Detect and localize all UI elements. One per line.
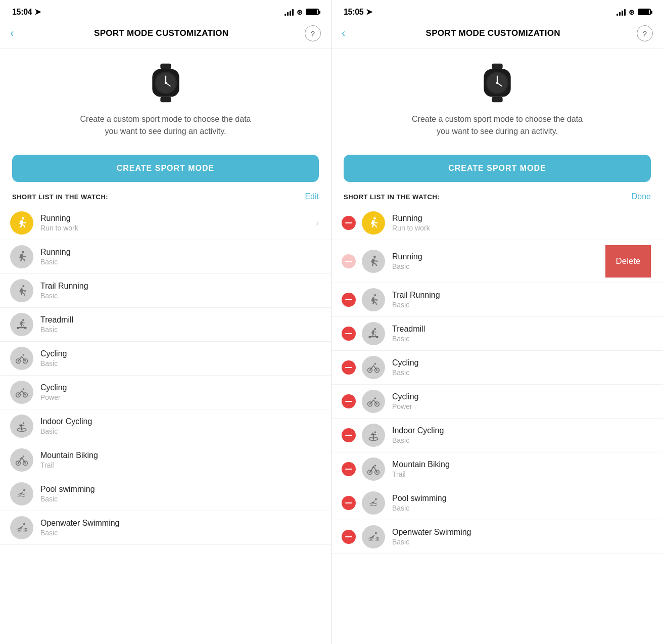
svg-point-50 <box>376 336 378 338</box>
battery-icon <box>638 9 651 15</box>
delete-minus-button[interactable] <box>342 254 356 268</box>
sport-item[interactable]: Treadmill Basic <box>0 308 331 342</box>
sport-icon <box>10 347 33 370</box>
sport-item[interactable]: Cycling Basic <box>332 351 663 385</box>
nav-bar: ‹ SPORT MODE CUSTOMIZATION ? <box>0 21 331 49</box>
sport-name: Mountain Biking <box>392 460 651 469</box>
sport-icon <box>362 491 385 515</box>
svg-rect-37 <box>492 64 502 69</box>
sport-item[interactable]: Running Run to work › <box>0 206 331 240</box>
sport-item[interactable]: Indoor Cycling Basic <box>0 409 331 443</box>
svg-point-13 <box>24 327 26 329</box>
list-header: SHORT LIST IN THE WATCH: Edit <box>0 182 331 206</box>
delete-minus-button[interactable] <box>342 428 356 442</box>
sport-item-inner: Running Basic <box>10 245 319 268</box>
sport-icon <box>362 525 385 548</box>
sport-name: Running <box>392 252 605 261</box>
delete-button[interactable]: Delete <box>605 245 651 278</box>
sport-item-inner: Mountain Biking Trail <box>10 448 319 472</box>
delete-minus-button[interactable] <box>342 394 356 408</box>
sport-item-inner: Treadmill Basic <box>342 322 651 345</box>
delete-minus-button[interactable] <box>342 293 356 307</box>
nav-title: SPORT MODE CUSTOMIZATION <box>426 28 560 38</box>
sport-info: Trail Running Basic <box>392 291 651 309</box>
help-button[interactable]: ? <box>637 25 653 41</box>
sport-icon <box>362 322 385 345</box>
back-button[interactable]: ‹ <box>10 25 18 42</box>
sport-item[interactable]: Running Basic Delete <box>332 240 663 283</box>
svg-point-49 <box>369 336 371 338</box>
list-header-title: SHORT LIST IN THE WATCH: <box>344 193 440 201</box>
sport-item[interactable]: Indoor Cycling Basic <box>332 419 663 452</box>
sport-info: Running Basic <box>40 248 319 266</box>
sport-info: Cycling Power <box>40 383 319 401</box>
sport-item[interactable]: Openwater Swimming Basic <box>0 511 331 545</box>
nav-bar: ‹ SPORT MODE CUSTOMIZATION ? <box>332 21 663 49</box>
sport-item[interactable]: Trail Running Basic <box>332 283 663 317</box>
sport-item[interactable]: Running Basic <box>0 240 331 274</box>
sport-item-inner: Cycling Power <box>342 390 651 413</box>
chevron-right-icon: › <box>316 218 319 228</box>
sport-list: Running Run to work Running Basic Delete… <box>332 206 663 644</box>
svg-point-35 <box>23 489 25 491</box>
list-header: SHORT LIST IN THE WATCH: Done <box>332 182 663 206</box>
sport-info: Cycling Basic <box>392 358 651 377</box>
sport-item[interactable]: Mountain Biking Trail <box>0 443 331 477</box>
sport-item[interactable]: Cycling Basic <box>0 342 331 376</box>
list-action-button[interactable]: Edit <box>305 192 319 201</box>
delete-minus-button[interactable] <box>342 530 356 544</box>
create-sport-mode-button[interactable]: CREATE SPORT MODE <box>344 155 651 182</box>
svg-point-7 <box>164 82 166 84</box>
sport-info: Trail Running Basic <box>40 282 319 300</box>
sport-icon <box>362 457 385 481</box>
sport-item[interactable]: Pool swimming Basic <box>0 477 331 511</box>
sport-name: Indoor Cycling <box>392 426 651 435</box>
sport-icon <box>10 448 33 472</box>
sport-sub: Basic <box>40 359 319 367</box>
sport-item[interactable]: Mountain Biking Trail <box>332 452 663 486</box>
sport-icon <box>10 516 33 539</box>
sport-sub: Basic <box>40 427 319 435</box>
svg-point-46 <box>373 256 376 258</box>
sport-icon <box>362 211 385 235</box>
delete-minus-button[interactable] <box>342 462 356 476</box>
sport-name: Cycling <box>40 383 319 392</box>
sport-item[interactable]: Cycling Power <box>332 385 663 419</box>
sport-icon <box>10 211 33 235</box>
sport-item[interactable]: Cycling Power <box>0 376 331 409</box>
delete-minus-button[interactable] <box>342 327 356 341</box>
sport-item[interactable]: Pool swimming Basic <box>332 486 663 520</box>
svg-point-73 <box>375 532 377 534</box>
status-bar: 15:04 ➤ ⊛ <box>0 0 331 21</box>
svg-point-71 <box>374 465 376 467</box>
back-button[interactable]: ‹ <box>342 25 349 42</box>
sport-item[interactable]: Treadmill Basic <box>332 317 663 351</box>
help-button[interactable]: ? <box>305 25 321 41</box>
sport-sub: Trail <box>392 470 651 478</box>
sport-item-inner: Mountain Biking Trail <box>342 457 651 481</box>
sport-name: Cycling <box>40 349 319 358</box>
sport-sub: Basic <box>392 538 651 546</box>
sport-item[interactable]: Openwater Swimming Basic <box>332 520 663 554</box>
sport-item[interactable]: Running Run to work <box>332 206 663 240</box>
sport-item[interactable]: Trail Running Basic <box>0 274 331 308</box>
sport-sub: Basic <box>40 258 319 266</box>
svg-rect-1 <box>160 97 171 103</box>
watch-section: Create a custom sport mode to choose the… <box>332 49 663 146</box>
create-sport-mode-button[interactable]: CREATE SPORT MODE <box>12 155 319 182</box>
sport-sub: Basic <box>392 335 651 343</box>
list-action-button[interactable]: Done <box>632 192 651 201</box>
sport-info: Indoor Cycling Basic <box>392 426 651 444</box>
sport-icon <box>10 415 33 438</box>
sport-name: Running <box>40 248 319 257</box>
delete-minus-button[interactable] <box>342 496 356 510</box>
delete-minus-button[interactable] <box>342 216 356 230</box>
sport-item-inner: Pool swimming Basic <box>10 482 319 505</box>
delete-minus-button[interactable] <box>342 360 356 375</box>
svg-point-44 <box>496 82 498 84</box>
sport-name: Mountain Biking <box>40 451 319 460</box>
svg-point-29 <box>23 422 25 424</box>
svg-point-9 <box>22 251 24 254</box>
sport-icon <box>362 288 385 311</box>
status-time: 15:05 ➤ <box>344 7 372 17</box>
